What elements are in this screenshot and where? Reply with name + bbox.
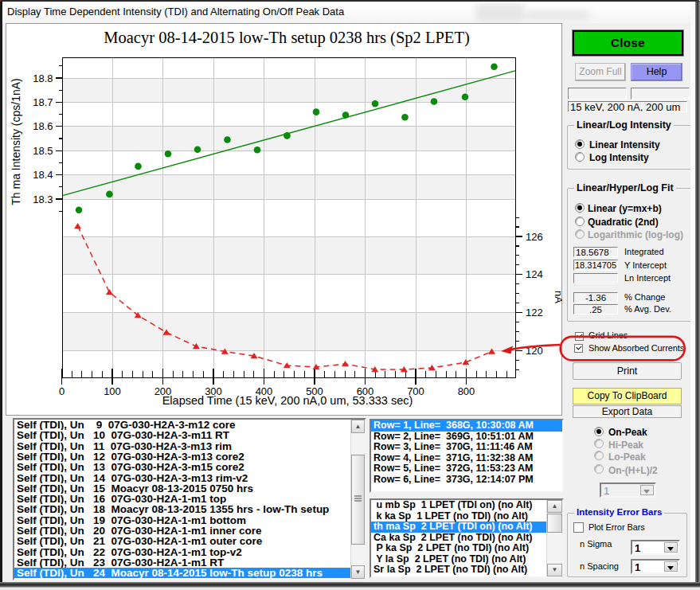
svg-text:18.4: 18.4: [33, 169, 53, 181]
svg-text:Moacyr 08-14-2015 low-Th setup: Moacyr 08-14-2015 low-Th setup 0238 hrs …: [104, 29, 469, 47]
svg-text:0: 0: [59, 385, 65, 397]
svg-text:126: 126: [526, 231, 543, 243]
svg-text:Elapsed Time (15 keV, 200 nA,0: Elapsed Time (15 keV, 200 nA,0 um, 53.33…: [162, 394, 413, 407]
svg-text:100: 100: [104, 385, 121, 397]
svg-text:120: 120: [526, 345, 543, 357]
svg-text:18.5: 18.5: [33, 145, 53, 157]
svg-text:800: 800: [458, 385, 475, 397]
svg-text:18.6: 18.6: [33, 120, 53, 132]
svg-text:Th ma Intensity (cps/1nA): Th ma Intensity (cps/1nA): [10, 78, 22, 205]
svg-text:18.8: 18.8: [33, 72, 53, 84]
svg-text:124: 124: [526, 268, 543, 280]
svg-text:18.7: 18.7: [33, 96, 53, 108]
svg-text:18.3: 18.3: [33, 193, 53, 205]
svg-text:nA: nA: [553, 291, 562, 303]
svg-text:122: 122: [526, 307, 543, 318]
